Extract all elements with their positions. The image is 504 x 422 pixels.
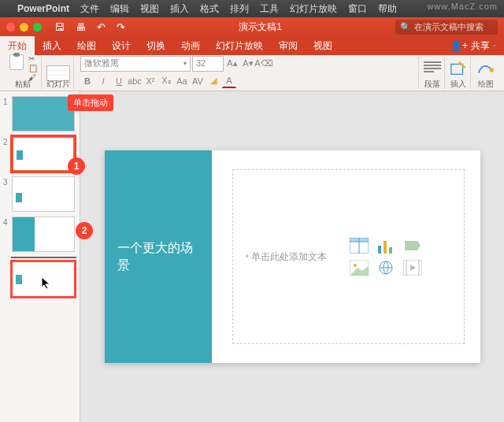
- search-placeholder: 在演示文稿中搜索: [414, 21, 484, 33]
- thumb-row: 1: [3, 96, 76, 131]
- tab-draw[interactable]: 绘图: [69, 36, 104, 56]
- current-slide[interactable]: 一个更大的场景 单击此处添加文本: [105, 150, 480, 363]
- print-icon[interactable]: 🖶: [76, 21, 86, 33]
- insert-smartart-icon[interactable]: [402, 237, 423, 254]
- cut-icon[interactable]: ✂: [28, 54, 38, 63]
- qat: 🖫 🖶 ↶ ↷: [48, 21, 125, 33]
- italic-button[interactable]: I: [96, 74, 110, 88]
- slide-canvas[interactable]: 一个更大的场景 单击此处添加文本: [80, 91, 504, 422]
- close-icon[interactable]: [6, 23, 15, 31]
- content-placeholder[interactable]: 单击此处添加文本: [232, 169, 465, 344]
- insert-table-icon[interactable]: [349, 237, 369, 254]
- font-selector[interactable]: 微软雅黑▾: [80, 56, 191, 72]
- insert-button[interactable]: [450, 60, 467, 77]
- menu-arrange[interactable]: 排列: [230, 2, 249, 16]
- svg-rect-7: [384, 241, 387, 254]
- slide-thumbnails: 单击拖动 1 2 1 2 3 4: [0, 91, 80, 422]
- insert-chart-icon[interactable]: [376, 237, 396, 254]
- slide-thumb-1[interactable]: [12, 96, 75, 131]
- placeholder-text: 单击此处添加文本: [246, 250, 328, 264]
- font-size-selector[interactable]: 32: [192, 56, 224, 72]
- change-case-button[interactable]: Aa: [175, 74, 189, 88]
- insert-online-picture-icon[interactable]: [376, 259, 396, 276]
- highlight-button[interactable]: ◢: [206, 74, 220, 88]
- redo-icon[interactable]: ↷: [117, 21, 125, 33]
- menu-file[interactable]: 文件: [80, 2, 99, 16]
- svg-rect-8: [389, 247, 392, 254]
- superscript-button[interactable]: X²: [143, 74, 158, 88]
- paste-button[interactable]: [8, 54, 25, 72]
- thumb-row: 4: [3, 217, 76, 252]
- increase-font-icon[interactable]: A▴: [225, 57, 239, 71]
- menu-view[interactable]: 视图: [140, 2, 159, 16]
- menu-tools[interactable]: 工具: [260, 2, 279, 16]
- thumb-row-dragging: [3, 261, 76, 297]
- clipboard-group: ✂ 📋 🖌 粘贴: [5, 57, 42, 89]
- search-input[interactable]: 🔍 在演示文稿中搜索: [395, 20, 498, 35]
- paragraph-label: 段落: [424, 79, 440, 90]
- slide-thumb-4[interactable]: [12, 217, 75, 252]
- slide-thumb-3[interactable]: [12, 176, 75, 212]
- copy-icon[interactable]: 📋: [28, 64, 38, 72]
- decrease-font-icon[interactable]: A▾: [241, 57, 255, 71]
- minimize-icon[interactable]: [20, 23, 28, 31]
- placeholder-icons: [349, 237, 424, 276]
- menu-edit[interactable]: 编辑: [110, 2, 129, 16]
- tab-insert[interactable]: 插入: [35, 36, 69, 56]
- clear-format-icon[interactable]: A⌫: [257, 57, 271, 71]
- insert-label: 插入: [450, 79, 466, 90]
- annotation-badge-1: 1: [68, 157, 80, 175]
- font-color-button[interactable]: A: [222, 74, 236, 88]
- main-area: 单击拖动 1 2 1 2 3 4 一个更大的场景: [0, 91, 504, 422]
- app-name[interactable]: PowerPoint: [17, 3, 69, 14]
- undo-icon[interactable]: ↶: [97, 21, 106, 33]
- menu-window[interactable]: 窗口: [348, 2, 367, 16]
- search-icon: 🔍: [400, 22, 411, 32]
- char-spacing-button[interactable]: AV: [191, 74, 205, 88]
- window-titlebar: 🖫 🖶 ↶ ↷ 演示文稿1 🔍 在演示文稿中搜索: [0, 17, 504, 36]
- tab-design[interactable]: 设计: [104, 36, 139, 56]
- insert-picture-icon[interactable]: [349, 259, 369, 276]
- svg-point-1: [490, 68, 495, 72]
- drop-indicator: [11, 257, 76, 258]
- slide-thumb-2[interactable]: [12, 136, 75, 172]
- slides-label: 幻灯片: [46, 79, 70, 90]
- svg-rect-6: [378, 246, 381, 254]
- font-group: 微软雅黑▾ 32 A▴ A▾ A⌫ B I U abc X² X₂ Aa AV …: [76, 57, 419, 89]
- watermark: www.MacZ.com: [427, 2, 498, 11]
- bold-button[interactable]: B: [80, 74, 94, 88]
- clipboard-label: 粘贴: [15, 79, 31, 90]
- menu-help[interactable]: 帮助: [378, 2, 397, 16]
- tab-view[interactable]: 视图: [306, 36, 340, 56]
- strikethrough-button[interactable]: abc: [128, 74, 142, 88]
- save-icon[interactable]: 🖫: [54, 21, 65, 33]
- svg-point-10: [354, 264, 357, 267]
- menu-slideshow[interactable]: 幻灯片放映: [290, 2, 337, 16]
- insert-group: 插入: [447, 57, 471, 89]
- tab-review[interactable]: 审阅: [271, 36, 306, 56]
- cursor-icon: [41, 276, 52, 291]
- tab-animations[interactable]: 动画: [173, 36, 208, 56]
- slide-title: 一个更大的场景: [117, 239, 199, 275]
- paragraph-group: 段落: [421, 57, 445, 89]
- mac-menubar: PowerPoint 文件 编辑 视图 插入 格式 排列 工具 幻灯片放映 窗口…: [0, 0, 504, 17]
- slide-thumb-drag[interactable]: [12, 261, 75, 297]
- zoom-icon[interactable]: [33, 23, 42, 31]
- draw-button[interactable]: [476, 60, 496, 77]
- menu-format[interactable]: 格式: [200, 2, 219, 16]
- thumb-row: 3: [3, 176, 76, 212]
- subscript-button[interactable]: X₂: [159, 74, 173, 88]
- svg-rect-13: [406, 260, 407, 276]
- svg-rect-0: [451, 64, 463, 74]
- insert-video-icon[interactable]: [402, 259, 423, 276]
- share-button[interactable]: 👤+ 共享 ▾: [443, 39, 504, 53]
- tab-transitions[interactable]: 切换: [139, 36, 173, 56]
- tab-slideshow[interactable]: 幻灯片放映: [208, 36, 271, 56]
- chevron-down-icon: ▾: [493, 43, 496, 50]
- slide-title-region[interactable]: 一个更大的场景: [105, 150, 212, 363]
- slide-content-region[interactable]: 单击此处添加文本: [212, 150, 480, 363]
- underline-button[interactable]: U: [112, 74, 126, 88]
- menu-insert[interactable]: 插入: [170, 2, 189, 16]
- paragraph-button[interactable]: [424, 61, 441, 76]
- draw-label: 绘图: [478, 79, 494, 90]
